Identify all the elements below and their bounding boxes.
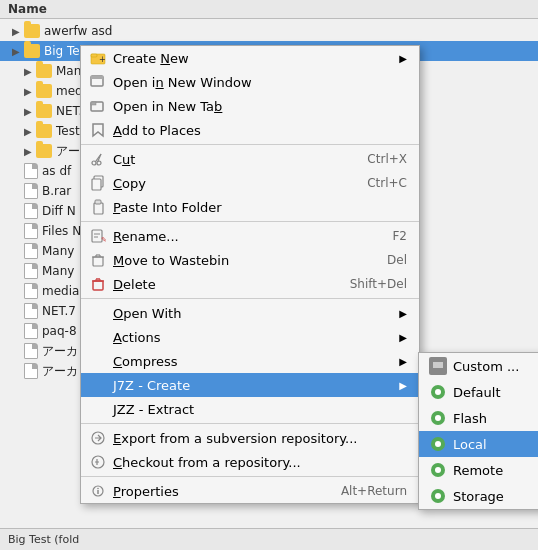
status-text: Big Test (fold: [8, 533, 79, 546]
item-label: as df: [42, 164, 71, 178]
file-icon: [24, 263, 38, 279]
menu-item-export-svn[interactable]: Export from a subversion repository...: [81, 426, 419, 450]
folder-icon: [36, 64, 52, 78]
menu-label-delete: Delete: [113, 277, 330, 292]
compress-icon: [89, 352, 107, 370]
menu-label-paste: Paste Into Folder: [113, 200, 407, 215]
menu-item-actions[interactable]: Actions ▶: [81, 325, 419, 349]
file-icon: [24, 363, 38, 379]
menu-item-properties[interactable]: Properties Alt+Return: [81, 479, 419, 503]
item-label: Many: [42, 244, 74, 258]
svg-text:+: +: [99, 55, 106, 64]
expand-arrow: ▶: [12, 26, 24, 37]
expand-arrow: ▶: [24, 146, 36, 157]
menu-item-create-new[interactable]: + Create New ▶: [81, 46, 419, 70]
svg-point-39: [435, 389, 441, 395]
copy-icon: [89, 174, 107, 192]
properties-icon: [89, 482, 107, 500]
divider-4: [81, 423, 419, 424]
menu-item-rename[interactable]: ✎ Rename... F2: [81, 224, 419, 248]
divider-2: [81, 221, 419, 222]
folder-icon: [36, 144, 52, 158]
svg-rect-14: [94, 203, 103, 214]
menu-label-copy: Copy: [113, 176, 347, 191]
menu-item-copy[interactable]: Copy Ctrl+C: [81, 171, 419, 195]
menu-label-open-new-window: Open in New Window: [113, 75, 407, 90]
submenu-arrow-open-with: ▶: [399, 308, 407, 319]
submenu-item-custom[interactable]: Custom ...: [419, 353, 538, 379]
svg-rect-1: [91, 54, 97, 57]
expand-arrow: ▶: [24, 66, 36, 77]
divider-3: [81, 298, 419, 299]
file-icon: [24, 303, 38, 319]
submenu-item-local[interactable]: Local: [419, 431, 538, 457]
svg-text:✎: ✎: [101, 236, 106, 244]
submenu-arrow-create-new: ▶: [399, 53, 407, 64]
item-label: awerfw asd: [44, 24, 112, 38]
file-icon: [24, 283, 38, 299]
actions-icon: [89, 328, 107, 346]
menu-item-cut[interactable]: Cut Ctrl+X: [81, 147, 419, 171]
menu-label-wastebin: Move to Wastebin: [113, 253, 367, 268]
file-list-item[interactable]: ▶awerfw asd: [0, 21, 538, 41]
submenu-arrow-actions: ▶: [399, 332, 407, 343]
window-icon: [89, 73, 107, 91]
svg-rect-15: [95, 200, 101, 204]
shortcut-wastebin: Del: [387, 253, 407, 267]
open-with-icon: [89, 304, 107, 322]
submenu-item-remote[interactable]: Remote: [419, 457, 538, 483]
menu-item-compress[interactable]: Compress ▶: [81, 349, 419, 373]
menu-item-open-with[interactable]: Open With ▶: [81, 301, 419, 325]
file-icon: [24, 343, 38, 359]
j7z-create-icon: [89, 376, 107, 394]
menu-item-j7z-extract[interactable]: JZZ - Extract: [81, 397, 419, 421]
submenu-label-local: Local: [453, 437, 537, 452]
menu-label-j7z-extract: JZZ - Extract: [113, 402, 407, 417]
submenu-item-flash[interactable]: Flash: [419, 405, 538, 431]
svg-rect-6: [91, 102, 96, 105]
shortcut-cut: Ctrl+X: [367, 152, 407, 166]
svg-point-34: [97, 488, 99, 490]
menu-item-add-places[interactable]: Add to Places: [81, 118, 419, 142]
item-label: NET.7: [42, 304, 76, 318]
menu-item-j7z-create[interactable]: J7Z - Create ▶: [81, 373, 419, 397]
j7z-submenu: Custom ... Default Flash Local Remote St…: [418, 352, 538, 510]
folder-icon: [36, 104, 52, 118]
menu-label-add-places: Add to Places: [113, 123, 407, 138]
menu-item-open-new-tab[interactable]: Open in New Tab: [81, 94, 419, 118]
submenu-item-storage[interactable]: Storage: [419, 483, 538, 509]
menu-label-checkout: Checkout from a repository...: [113, 455, 407, 470]
svg-rect-13: [92, 179, 101, 190]
column-header: Name: [0, 0, 538, 19]
menu-item-open-new-window[interactable]: Open in New Window: [81, 70, 419, 94]
submenu-label-flash: Flash: [453, 411, 537, 426]
file-icon: [24, 183, 38, 199]
folder-new-icon: +: [89, 49, 107, 67]
menu-label-compress: Compress: [113, 354, 395, 369]
trash-icon: [89, 251, 107, 269]
svg-rect-20: [93, 257, 103, 266]
submenu-label-default: Default: [453, 385, 537, 400]
expand-arrow: ▶: [12, 46, 24, 57]
submenu-label-remote: Remote: [453, 463, 537, 478]
menu-label-open-new-tab: Open in New Tab: [113, 99, 407, 114]
menu-item-wastebin[interactable]: Move to Wastebin Del: [81, 248, 419, 272]
menu-item-checkout[interactable]: Checkout from a repository...: [81, 450, 419, 474]
item-label: Test: [56, 124, 80, 138]
submenu-label-storage: Storage: [453, 489, 537, 504]
bookmark-icon: [89, 121, 107, 139]
monitor-icon: [429, 357, 447, 375]
checkout-icon: [89, 453, 107, 471]
shortcut-properties: Alt+Return: [341, 484, 407, 498]
folder-icon: [24, 44, 40, 58]
submenu-item-default[interactable]: Default: [419, 379, 538, 405]
file-icon: [24, 223, 38, 239]
menu-item-delete[interactable]: Delete Shift+Del: [81, 272, 419, 296]
menu-label-cut: Cut: [113, 152, 347, 167]
svg-marker-7: [93, 124, 103, 136]
item-label: アーカ: [42, 343, 78, 360]
svg-rect-36: [433, 362, 443, 368]
expand-arrow: ▶: [24, 106, 36, 117]
menu-item-paste[interactable]: Paste Into Folder: [81, 195, 419, 219]
tab-icon: [89, 97, 107, 115]
